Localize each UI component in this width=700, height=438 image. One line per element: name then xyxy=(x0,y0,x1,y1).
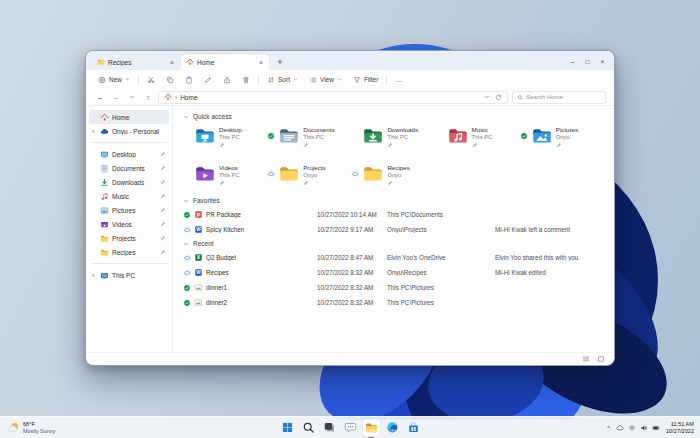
folder-icon xyxy=(361,125,385,145)
quick-access-tile-projects[interactable]: Projects Onyu xyxy=(267,161,351,192)
weather-widget[interactable]: 68°F Mostly Sunny xyxy=(7,421,55,435)
tray-icon-onedrive[interactable] xyxy=(616,424,624,432)
quick-access-tile-pictures[interactable]: Pictures Onyu xyxy=(520,123,604,154)
view-toggle-details-view[interactable] xyxy=(582,355,590,363)
tab-close-icon[interactable]: × xyxy=(169,59,175,66)
taskbar-app-task-view[interactable] xyxy=(321,419,338,436)
view-button[interactable]: View xyxy=(306,74,345,86)
quick-access-tile-videos[interactable]: Videos This PC xyxy=(183,161,267,192)
window-control-close[interactable]: × xyxy=(595,54,610,68)
file-name-cell: dinner2 xyxy=(183,298,317,307)
up-button[interactable]: ↑ xyxy=(142,93,154,102)
toolbar-button-delete[interactable] xyxy=(239,74,253,86)
breadcrumb-location[interactable]: Home xyxy=(180,94,197,101)
taskbar: 68°F Mostly Sunny xyxy=(0,416,700,438)
tray-icon-volume[interactable] xyxy=(640,424,648,432)
tray-icon-battery[interactable] xyxy=(652,424,660,432)
quick-access-tile-documents[interactable]: Documents This PC xyxy=(267,123,351,154)
toolbar-button-copy[interactable] xyxy=(163,74,177,86)
recent-locations-button[interactable] xyxy=(126,93,138,102)
taskbar-app-edge[interactable] xyxy=(384,419,401,436)
sidebar-item-this-pc[interactable]: › This PC xyxy=(89,268,169,282)
sidebar-item-documents[interactable]: › Documents xyxy=(89,161,169,175)
file-row-dinner2[interactable]: dinner2 10/27/2022 8:32 AM This PC\Pictu… xyxy=(183,295,604,310)
file-row-q2-budget[interactable]: Q2 Budget 10/27/2022 8:47 AM Elvin Yoo's… xyxy=(183,250,604,265)
file-name: dinner2 xyxy=(206,299,227,306)
sidebar-item-desktop[interactable]: › Desktop xyxy=(89,147,169,161)
collapse-chevron-icon[interactable] xyxy=(183,114,189,120)
sun-cloud-icon xyxy=(7,421,20,434)
sidebar-item-videos[interactable]: › Videos xyxy=(89,217,169,231)
file-row-spicy-kitchen[interactable]: Spicy Kitchen 10/27/2022 9:17 AM Onyu\Pr… xyxy=(183,222,604,237)
section-header-quick-access[interactable]: Quick access xyxy=(183,113,604,120)
clock[interactable]: 11:51 AM 10/27/2022 xyxy=(666,421,694,435)
window-control-minimize[interactable]: – xyxy=(565,54,580,68)
section-header-recent[interactable]: Recent xyxy=(183,240,604,247)
sidebar-item-icon xyxy=(100,150,109,159)
sidebar-item-projects[interactable]: › Projects xyxy=(89,231,169,245)
sidebar-item-onyu-personal[interactable]: › Onyu - Personal xyxy=(89,124,169,138)
sidebar-item-icon xyxy=(100,220,109,229)
sidebar-item-label: This PC xyxy=(112,272,166,279)
sidebar-item-music[interactable]: › Music xyxy=(89,189,169,203)
file-type-icon xyxy=(194,268,203,277)
tab-strip[interactable]: Recipes × Home × + – □ × xyxy=(86,51,614,70)
explorer-tab-recipes[interactable]: Recipes × xyxy=(92,54,180,70)
explorer-tab-home[interactable]: Home × xyxy=(181,54,269,70)
file-row-dinner1[interactable]: dinner1 10/27/2022 8:32 AM This PC\Pictu… xyxy=(183,280,604,295)
file-row-recipes[interactable]: Recipes 10/27/2022 8:32 AM Onyu\Recipes … xyxy=(183,265,604,280)
tile-name: Downloads xyxy=(387,126,418,134)
search-box[interactable] xyxy=(512,91,606,104)
taskbar-app-start[interactable] xyxy=(279,419,296,436)
tray-icon-wifi[interactable] xyxy=(628,424,636,432)
toolbar-button-paste[interactable] xyxy=(182,74,196,86)
quick-access-tile-music[interactable]: Music This PC xyxy=(436,123,520,154)
collapse-chevron-icon[interactable] xyxy=(183,241,189,247)
sidebar-item-downloads[interactable]: › Downloads xyxy=(89,175,169,189)
taskbar-app-search[interactable] xyxy=(300,419,317,436)
back-button[interactable]: ← xyxy=(94,93,106,102)
refresh-icon[interactable] xyxy=(495,94,502,101)
window-control-glyph: □ xyxy=(586,58,590,65)
quick-access-tile-downloads[interactable]: Downloads This PC xyxy=(351,123,435,154)
toolbar-button-rename[interactable] xyxy=(201,74,215,86)
sidebar-item-recipes[interactable]: › Recipes xyxy=(89,245,169,259)
taskbar-app-chat[interactable] xyxy=(342,419,359,436)
view-toggle-large-thumbnails-view[interactable] xyxy=(597,355,605,363)
section-header-favorites[interactable]: Favorites xyxy=(183,197,604,204)
new-icon xyxy=(98,76,106,84)
tray-overflow-chevron[interactable]: ^ xyxy=(605,425,612,431)
navigation-pane: › Home › Onyu - Personal › Desktop xyxy=(86,106,173,352)
tile-meta: Documents This PC xyxy=(303,123,334,148)
breadcrumb[interactable]: › Home xyxy=(158,91,508,104)
toolbar-action-icon xyxy=(147,76,155,84)
file-row-pr-package[interactable]: PR Package 10/27/2022 10:14 AM This PC\D… xyxy=(183,207,604,222)
new-tab-button[interactable]: + xyxy=(273,55,287,69)
sort-button[interactable]: Sort xyxy=(264,74,301,86)
quick-access-tile-desktop[interactable]: Desktop This PC xyxy=(183,123,267,154)
forward-button[interactable]: → xyxy=(110,93,122,102)
system-tray: ^ 11:51 AM 10/27/2022 xyxy=(605,421,694,435)
quick-access-tile-recipes[interactable]: Recipes Onyu xyxy=(351,161,435,192)
tab-close-icon[interactable]: × xyxy=(258,59,264,66)
toolbar-button-share[interactable] xyxy=(220,74,234,86)
new-button[interactable]: New xyxy=(95,74,133,86)
filter-button[interactable]: Filter xyxy=(350,74,381,86)
taskbar-app-store[interactable] xyxy=(405,419,422,436)
expand-chevron-icon[interactable]: › xyxy=(92,272,97,279)
collapse-chevron-icon[interactable] xyxy=(183,198,189,204)
sidebar-item-pictures[interactable]: › Pictures xyxy=(89,203,169,217)
tray-status-icon xyxy=(640,424,648,432)
tile-name: Desktop xyxy=(219,126,242,134)
window-control-maximize[interactable]: □ xyxy=(580,54,595,68)
sidebar-item-home[interactable]: › Home xyxy=(89,110,169,124)
expand-chevron-icon[interactable]: › xyxy=(92,128,97,135)
tab-list: Recipes × Home × + xyxy=(92,54,287,70)
search-input[interactable] xyxy=(526,94,601,100)
more-options-button[interactable]: … xyxy=(392,74,406,85)
toolbar-button-cut[interactable] xyxy=(144,74,158,86)
sync-status-icon xyxy=(520,132,528,140)
taskbar-app-file-explorer[interactable] xyxy=(363,419,380,436)
chevron-down-icon[interactable] xyxy=(484,94,490,100)
sidebar-item-label: Videos xyxy=(112,221,157,228)
